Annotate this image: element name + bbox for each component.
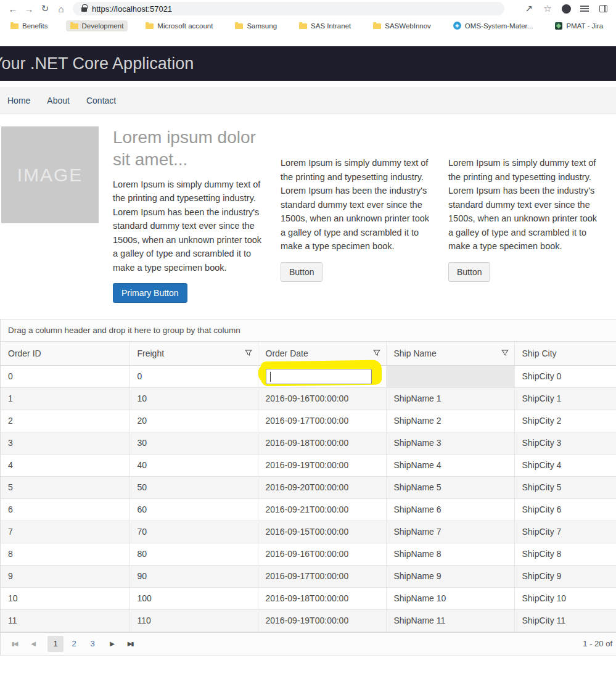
freight-cell[interactable]: 0 — [129, 365, 258, 387]
ship-city-cell[interactable]: ShipCity 11 — [514, 609, 616, 632]
pager-page-3[interactable]: 3 — [84, 636, 101, 652]
bookmark-benefits[interactable]: Benefits — [6, 20, 52, 31]
freight-cell[interactable]: 40 — [129, 454, 258, 476]
pager-first-icon[interactable]: ◀ — [7, 636, 23, 652]
nav-item-contact[interactable]: Contact — [86, 96, 116, 105]
order-date-cell[interactable]: 2016-09-19T00:00:00 — [258, 609, 386, 632]
ship-city-cell[interactable]: ShipCity 0 — [514, 365, 616, 387]
ship-name-cell[interactable]: ShipName 1 — [386, 387, 514, 410]
nav-item-home[interactable]: Home — [7, 96, 30, 105]
group-drop-hint[interactable]: Drag a column header and drop it here to… — [1, 319, 616, 342]
ship-name-cell[interactable] — [386, 365, 514, 387]
button-2[interactable]: Button — [281, 262, 322, 282]
refresh-icon[interactable]: ↻ — [37, 1, 53, 16]
primary-button[interactable]: Primary Button — [113, 283, 187, 303]
freight-cell[interactable]: 60 — [129, 498, 258, 521]
filter-icon[interactable] — [373, 348, 380, 358]
order-id-cell[interactable]: 7 — [1, 521, 129, 543]
freight-cell[interactable]: 20 — [129, 410, 258, 432]
column-header-ship-name[interactable]: Ship Name — [386, 342, 514, 365]
bookmark-pmat-jira[interactable]: PMAT - Jira — [551, 20, 607, 31]
ship-name-cell[interactable]: ShipName 11 — [386, 609, 514, 632]
ship-city-cell[interactable]: ShipCity 10 — [514, 587, 616, 609]
back-icon[interactable]: ← — [5, 1, 21, 16]
order-id-cell[interactable]: 4 — [1, 454, 129, 476]
reading-list-icon[interactable] — [577, 1, 593, 16]
pager-prev-icon[interactable]: ◀ — [25, 636, 41, 652]
ship-city-cell[interactable]: ShipCity 2 — [514, 410, 616, 432]
ship-city-cell[interactable]: ShipCity 6 — [514, 498, 616, 521]
nav-item-about[interactable]: About — [47, 96, 70, 105]
order-id-cell[interactable]: 3 — [1, 432, 129, 454]
order-id-cell[interactable]: 0 — [1, 365, 129, 387]
freight-cell[interactable]: 30 — [129, 432, 258, 454]
order-date-cell[interactable]: 2016-09-21T00:00:00 — [258, 498, 386, 521]
ship-name-cell[interactable]: ShipName 4 — [386, 454, 514, 476]
ship-name-cell[interactable]: ShipName 10 — [386, 587, 514, 609]
freight-cell[interactable]: 50 — [129, 476, 258, 498]
order-date-cell[interactable]: 2016-09-18T00:00:00 — [258, 587, 386, 609]
ship-name-cell[interactable]: ShipName 9 — [386, 565, 514, 587]
ship-name-cell[interactable]: ShipName 5 — [386, 476, 514, 498]
ship-city-cell[interactable]: ShipCity 3 — [514, 432, 616, 454]
freight-cell[interactable]: 110 — [129, 609, 258, 632]
ship-name-cell[interactable]: ShipName 3 — [386, 432, 514, 454]
filter-icon[interactable] — [245, 348, 252, 358]
ship-name-cell[interactable]: ShipName 6 — [386, 498, 514, 521]
ship-city-cell[interactable]: ShipCity 8 — [514, 543, 616, 565]
order-id-cell[interactable]: 1 — [1, 387, 129, 410]
order-id-cell[interactable]: 8 — [1, 543, 129, 565]
pager-next-icon[interactable]: ▶ — [104, 636, 120, 652]
bookmark-samsung[interactable]: Samsung — [231, 20, 281, 31]
order-date-cell[interactable]: 2016-09-20T00:00:00 — [258, 476, 386, 498]
order-date-cell[interactable]: 2016-09-16T00:00:00 — [258, 543, 386, 565]
ship-city-cell[interactable]: ShipCity 9 — [514, 565, 616, 587]
bookmark-star-icon[interactable]: ☆ — [540, 1, 556, 16]
bookmark-oms-system-mater-[interactable]: ◈OMS-System-Mater... — [449, 20, 538, 31]
order-id-cell[interactable]: 9 — [1, 565, 129, 587]
extension-icon[interactable] — [558, 1, 574, 16]
freight-cell[interactable]: 80 — [129, 543, 258, 565]
home-icon[interactable]: ⌂ — [53, 1, 69, 16]
share-icon[interactable]: ↗ — [521, 1, 537, 16]
bookmark-development[interactable]: Development — [66, 20, 128, 31]
freight-cell[interactable]: 100 — [129, 587, 258, 609]
order-date-cell[interactable]: 2016-09-15T00:00:00 — [258, 521, 386, 543]
order-id-cell[interactable]: 11 — [1, 609, 129, 632]
column-header-ship-city[interactable]: Ship City — [514, 342, 616, 365]
pager-page-1[interactable]: 1 — [47, 636, 64, 652]
ship-city-cell[interactable]: ShipCity 5 — [514, 476, 616, 498]
freight-cell[interactable]: 10 — [129, 387, 258, 410]
order-date-cell[interactable]: 2016-09-16T00:00:00 — [258, 387, 386, 410]
order-date-cell[interactable]: 2016-09-17T00:00:00 — [258, 565, 386, 587]
freight-cell[interactable]: 90 — [129, 565, 258, 587]
bookmark-microsoft-account[interactable]: Microsoft account — [141, 20, 217, 31]
pager-last-icon[interactable]: ▶ — [123, 636, 139, 652]
ship-name-cell[interactable]: ShipName 8 — [386, 543, 514, 565]
order-id-cell[interactable]: 6 — [1, 498, 129, 521]
pager-page-2[interactable]: 2 — [66, 636, 82, 652]
ship-city-cell[interactable]: ShipCity 4 — [514, 454, 616, 476]
url-text[interactable]: https://localhost:57021 — [92, 4, 172, 14]
ship-name-cell[interactable]: ShipName 2 — [386, 410, 514, 432]
order-date-cell[interactable]: 2016-09-17T00:00:00 — [258, 410, 386, 432]
order-date-cell[interactable]: 2016-09-19T00:00:00 — [258, 454, 386, 476]
button-3[interactable]: Button — [448, 262, 490, 282]
order-id-cell[interactable]: 10 — [1, 587, 129, 609]
address-bar[interactable]: https://localhost:57021 — [73, 2, 504, 15]
column-header-freight[interactable]: Freight — [129, 342, 258, 365]
filter-icon[interactable] — [501, 348, 509, 358]
order-date-cell[interactable]: 2016-09-18T00:00:00 — [258, 432, 386, 454]
bookmark-sas-intranet[interactable]: SAS Intranet — [295, 20, 355, 31]
ship-name-cell[interactable]: ShipName 7 — [386, 521, 514, 543]
freight-cell[interactable]: 70 — [129, 521, 258, 543]
order-id-cell[interactable]: 5 — [1, 476, 129, 498]
sidebar-icon[interactable] — [595, 1, 611, 16]
ship-city-cell[interactable]: ShipCity 1 — [514, 387, 616, 410]
order-date-input[interactable] — [266, 369, 372, 384]
order-date-cell[interactable] — [258, 365, 386, 387]
forward-icon[interactable]: → — [21, 1, 37, 16]
ship-city-cell[interactable]: ShipCity 7 — [514, 521, 616, 543]
order-id-cell[interactable]: 2 — [1, 410, 129, 432]
column-header-order-id[interactable]: Order ID — [1, 342, 129, 365]
